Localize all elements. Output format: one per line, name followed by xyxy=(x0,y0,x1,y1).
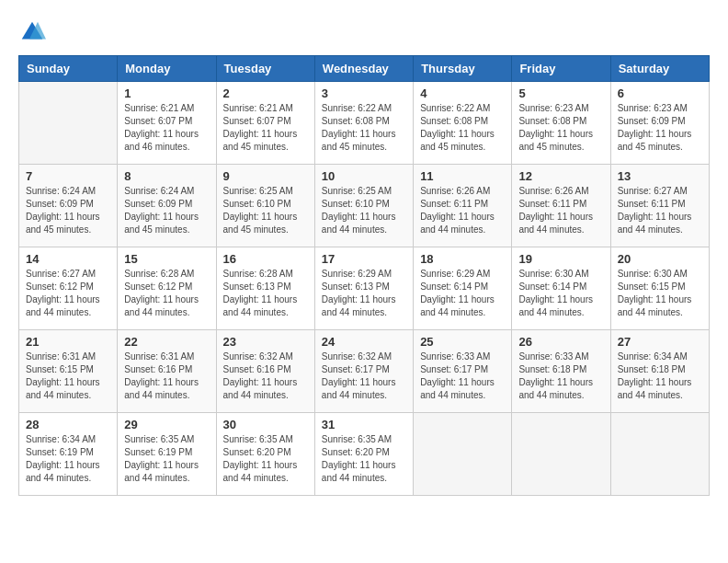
calendar-week-row: 1Sunrise: 6:21 AMSunset: 6:07 PMDaylight… xyxy=(19,82,710,165)
calendar-cell: 12Sunrise: 6:26 AMSunset: 6:11 PMDayligh… xyxy=(512,165,610,247)
day-info: Sunrise: 6:35 AMSunset: 6:19 PMDaylight:… xyxy=(124,433,209,485)
day-number: 16 xyxy=(223,252,308,266)
day-number: 22 xyxy=(124,335,209,349)
day-info: Sunrise: 6:31 AMSunset: 6:16 PMDaylight:… xyxy=(124,350,209,402)
day-info: Sunrise: 6:21 AMSunset: 6:07 PMDaylight:… xyxy=(223,102,308,154)
day-info: Sunrise: 6:28 AMSunset: 6:13 PMDaylight:… xyxy=(223,268,308,319)
calendar-cell: 30Sunrise: 6:35 AMSunset: 6:20 PMDayligh… xyxy=(216,413,314,496)
day-number: 20 xyxy=(618,252,702,266)
calendar-cell xyxy=(610,413,709,496)
day-number: 31 xyxy=(322,418,406,431)
day-number: 3 xyxy=(322,86,406,100)
day-info: Sunrise: 6:34 AMSunset: 6:18 PMDaylight:… xyxy=(618,350,702,402)
day-number: 17 xyxy=(322,252,406,266)
day-info: Sunrise: 6:25 AMSunset: 6:10 PMDaylight:… xyxy=(322,185,406,236)
calendar-cell: 7Sunrise: 6:24 AMSunset: 6:09 PMDaylight… xyxy=(19,165,118,247)
logo-icon xyxy=(18,18,46,46)
day-number: 6 xyxy=(618,86,702,100)
calendar-cell: 15Sunrise: 6:28 AMSunset: 6:12 PMDayligh… xyxy=(118,247,216,330)
day-info: Sunrise: 6:34 AMSunset: 6:19 PMDaylight:… xyxy=(26,433,110,485)
day-info: Sunrise: 6:31 AMSunset: 6:15 PMDaylight:… xyxy=(26,350,110,402)
day-number: 30 xyxy=(223,418,308,431)
day-info: Sunrise: 6:21 AMSunset: 6:07 PMDaylight:… xyxy=(124,102,209,154)
day-number: 12 xyxy=(518,169,603,183)
day-number: 23 xyxy=(223,335,308,349)
day-info: Sunrise: 6:23 AMSunset: 6:09 PMDaylight:… xyxy=(618,102,702,154)
day-info: Sunrise: 6:26 AMSunset: 6:11 PMDaylight:… xyxy=(518,185,603,236)
calendar-cell: 26Sunrise: 6:33 AMSunset: 6:18 PMDayligh… xyxy=(512,330,610,413)
day-number: 2 xyxy=(223,86,308,100)
weekday-header-row: SundayMondayTuesdayWednesdayThursdayFrid… xyxy=(19,56,710,82)
day-number: 19 xyxy=(518,252,603,266)
calendar-week-row: 21Sunrise: 6:31 AMSunset: 6:15 PMDayligh… xyxy=(19,330,710,413)
day-number: 10 xyxy=(322,169,406,183)
day-number: 26 xyxy=(518,335,603,349)
day-info: Sunrise: 6:29 AMSunset: 6:13 PMDaylight:… xyxy=(322,268,406,319)
calendar-cell: 29Sunrise: 6:35 AMSunset: 6:19 PMDayligh… xyxy=(118,413,216,496)
day-number: 28 xyxy=(26,418,110,431)
calendar-header: SundayMondayTuesdayWednesdayThursdayFrid… xyxy=(19,56,710,82)
calendar-cell: 2Sunrise: 6:21 AMSunset: 6:07 PMDaylight… xyxy=(216,82,314,165)
calendar-cell: 10Sunrise: 6:25 AMSunset: 6:10 PMDayligh… xyxy=(314,165,413,247)
logo xyxy=(18,18,48,46)
day-info: Sunrise: 6:22 AMSunset: 6:08 PMDaylight:… xyxy=(420,102,505,154)
day-info: Sunrise: 6:30 AMSunset: 6:14 PMDaylight:… xyxy=(518,268,603,319)
calendar-cell: 11Sunrise: 6:26 AMSunset: 6:11 PMDayligh… xyxy=(414,165,512,247)
calendar-cell: 3Sunrise: 6:22 AMSunset: 6:08 PMDaylight… xyxy=(314,82,413,165)
calendar-cell: 22Sunrise: 6:31 AMSunset: 6:16 PMDayligh… xyxy=(118,330,216,413)
day-number: 13 xyxy=(618,169,702,183)
calendar-week-row: 7Sunrise: 6:24 AMSunset: 6:09 PMDaylight… xyxy=(19,165,710,247)
day-info: Sunrise: 6:22 AMSunset: 6:08 PMDaylight:… xyxy=(322,102,406,154)
day-info: Sunrise: 6:35 AMSunset: 6:20 PMDaylight:… xyxy=(322,433,406,485)
day-info: Sunrise: 6:33 AMSunset: 6:18 PMDaylight:… xyxy=(518,350,603,402)
calendar-cell: 31Sunrise: 6:35 AMSunset: 6:20 PMDayligh… xyxy=(314,413,413,496)
calendar-cell xyxy=(19,82,118,165)
day-number: 27 xyxy=(618,335,702,349)
day-info: Sunrise: 6:24 AMSunset: 6:09 PMDaylight:… xyxy=(26,185,110,236)
calendar-cell: 27Sunrise: 6:34 AMSunset: 6:18 PMDayligh… xyxy=(610,330,709,413)
calendar-cell: 9Sunrise: 6:25 AMSunset: 6:10 PMDaylight… xyxy=(216,165,314,247)
calendar-table: SundayMondayTuesdayWednesdayThursdayFrid… xyxy=(18,55,710,496)
weekday-header: Thursday xyxy=(414,56,512,82)
day-number: 11 xyxy=(420,169,505,183)
page-header xyxy=(18,18,710,46)
weekday-header: Friday xyxy=(512,56,610,82)
calendar-cell: 14Sunrise: 6:27 AMSunset: 6:12 PMDayligh… xyxy=(19,247,118,330)
calendar-cell: 1Sunrise: 6:21 AMSunset: 6:07 PMDaylight… xyxy=(118,82,216,165)
calendar-cell: 4Sunrise: 6:22 AMSunset: 6:08 PMDaylight… xyxy=(414,82,512,165)
day-info: Sunrise: 6:28 AMSunset: 6:12 PMDaylight:… xyxy=(124,268,209,319)
day-number: 25 xyxy=(420,335,505,349)
day-number: 8 xyxy=(124,169,209,183)
day-info: Sunrise: 6:26 AMSunset: 6:11 PMDaylight:… xyxy=(420,185,505,236)
calendar-cell: 8Sunrise: 6:24 AMSunset: 6:09 PMDaylight… xyxy=(118,165,216,247)
calendar-cell: 21Sunrise: 6:31 AMSunset: 6:15 PMDayligh… xyxy=(19,330,118,413)
calendar-body: 1Sunrise: 6:21 AMSunset: 6:07 PMDaylight… xyxy=(19,82,710,496)
day-number: 1 xyxy=(124,86,209,100)
calendar-cell: 16Sunrise: 6:28 AMSunset: 6:13 PMDayligh… xyxy=(216,247,314,330)
day-number: 14 xyxy=(26,252,110,266)
calendar-cell: 5Sunrise: 6:23 AMSunset: 6:08 PMDaylight… xyxy=(512,82,610,165)
calendar-cell: 23Sunrise: 6:32 AMSunset: 6:16 PMDayligh… xyxy=(216,330,314,413)
weekday-header: Wednesday xyxy=(314,56,413,82)
calendar-cell: 24Sunrise: 6:32 AMSunset: 6:17 PMDayligh… xyxy=(314,330,413,413)
day-info: Sunrise: 6:30 AMSunset: 6:15 PMDaylight:… xyxy=(618,268,702,319)
day-number: 29 xyxy=(124,418,209,431)
day-info: Sunrise: 6:33 AMSunset: 6:17 PMDaylight:… xyxy=(420,350,505,402)
day-number: 4 xyxy=(420,86,505,100)
day-info: Sunrise: 6:24 AMSunset: 6:09 PMDaylight:… xyxy=(124,185,209,236)
day-number: 18 xyxy=(420,252,505,266)
calendar-cell: 6Sunrise: 6:23 AMSunset: 6:09 PMDaylight… xyxy=(610,82,709,165)
calendar-cell: 20Sunrise: 6:30 AMSunset: 6:15 PMDayligh… xyxy=(610,247,709,330)
day-number: 21 xyxy=(26,335,110,349)
day-info: Sunrise: 6:27 AMSunset: 6:11 PMDaylight:… xyxy=(618,185,702,236)
day-info: Sunrise: 6:23 AMSunset: 6:08 PMDaylight:… xyxy=(518,102,603,154)
day-info: Sunrise: 6:27 AMSunset: 6:12 PMDaylight:… xyxy=(26,268,110,319)
calendar-cell: 25Sunrise: 6:33 AMSunset: 6:17 PMDayligh… xyxy=(414,330,512,413)
day-info: Sunrise: 6:25 AMSunset: 6:10 PMDaylight:… xyxy=(223,185,308,236)
calendar-cell xyxy=(414,413,512,496)
day-info: Sunrise: 6:29 AMSunset: 6:14 PMDaylight:… xyxy=(420,268,505,319)
calendar-cell: 13Sunrise: 6:27 AMSunset: 6:11 PMDayligh… xyxy=(610,165,709,247)
day-info: Sunrise: 6:32 AMSunset: 6:17 PMDaylight:… xyxy=(322,350,406,402)
day-info: Sunrise: 6:32 AMSunset: 6:16 PMDaylight:… xyxy=(223,350,308,402)
weekday-header: Tuesday xyxy=(216,56,314,82)
